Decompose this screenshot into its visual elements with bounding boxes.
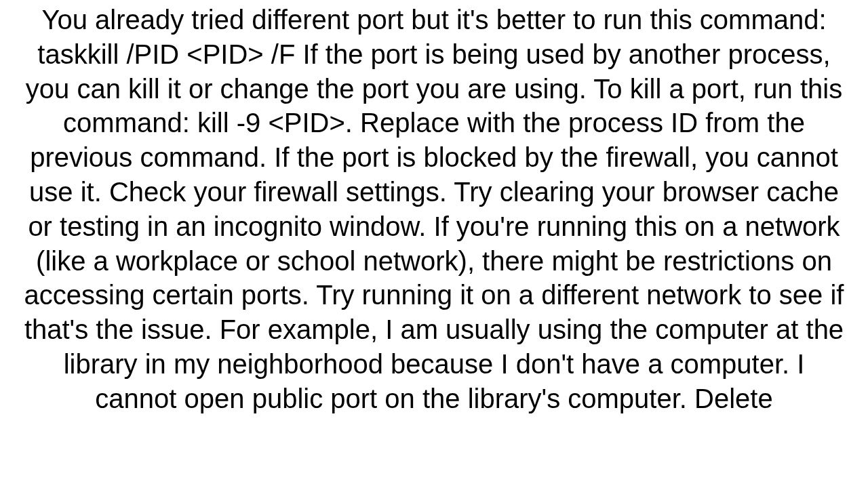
body-text: You already tried different port but it'…	[24, 0, 844, 416]
